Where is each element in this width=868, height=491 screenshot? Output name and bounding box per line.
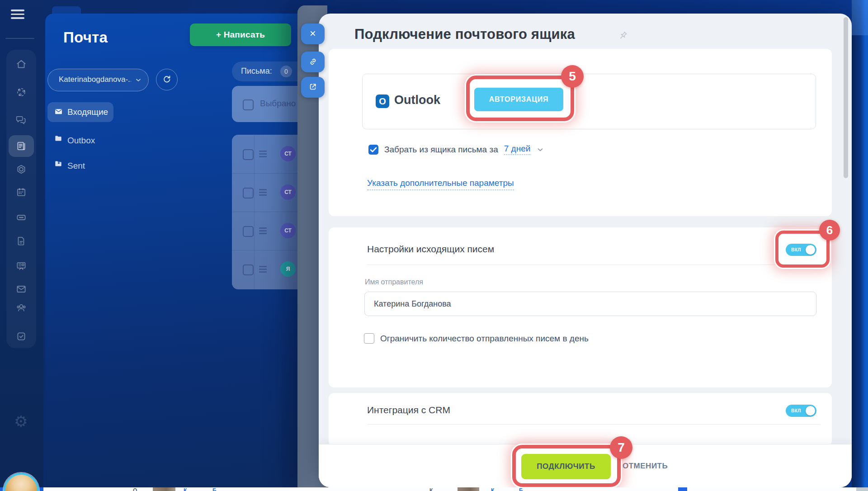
chevron-down-icon[interactable] (536, 146, 544, 154)
limit-checkbox[interactable] (364, 333, 374, 344)
close-button[interactable] (301, 24, 325, 44)
pin-icon[interactable] (617, 30, 629, 42)
chevron-down-icon (135, 76, 142, 84)
bottom-text-fragment: Б (519, 487, 523, 491)
open-in-new-button[interactable] (301, 77, 325, 98)
section-divider (367, 264, 793, 265)
toggle-knob (806, 245, 815, 255)
row-checkbox[interactable] (243, 264, 254, 275)
select-all-checkbox[interactable] (243, 99, 254, 110)
folder-icon (54, 134, 63, 143)
outgoing-settings-card: Настройки исходящих писем ВКЛ 6 Имя отпр… (329, 227, 832, 387)
bottom-text-fragment: К (491, 487, 494, 491)
toggle-on-label: ВКЛ (791, 247, 801, 252)
limit-label: Ограничить количество отправленных писем… (380, 334, 589, 344)
mail-counter-label: Письма: (241, 66, 272, 76)
annotation-step-5: 5 (561, 65, 584, 88)
sidebar: ⚙ (0, 0, 43, 487)
sender-name-input[interactable] (364, 292, 816, 316)
drag-handle-icon[interactable] (259, 189, 267, 197)
bottom-text-fragment: К (184, 487, 187, 491)
row-checkbox[interactable] (243, 188, 254, 198)
page-title: Почта (63, 29, 108, 46)
external-link-icon (308, 82, 317, 91)
limit-option-row: Ограничить количество отправленных писем… (364, 333, 589, 344)
folder-outbox[interactable]: Outbox (47, 135, 138, 147)
sender-name-label: Имя отправителя (365, 278, 423, 286)
select-all-label: Выбрано (260, 99, 296, 109)
bottom-photo-fragment (458, 487, 479, 491)
bottom-text-fragment: Б (212, 487, 217, 491)
account-selector-value: Katerinabogdanova-... (59, 75, 131, 84)
sidebar-divider (5, 38, 34, 39)
folder-sent-icon (54, 159, 63, 169)
people-icon[interactable] (15, 302, 27, 313)
folder-inbox[interactable]: Входящие (47, 102, 113, 122)
modules-icon[interactable] (15, 164, 27, 175)
hamburger-menu-icon[interactable] (11, 9, 24, 21)
bottom-text-fragment: О (133, 487, 137, 491)
fetch-label: Забрать из ящика письма за (384, 145, 498, 155)
settings-gear-icon[interactable]: ⚙ (14, 412, 28, 430)
modal-title: Подключение почтового ящика (354, 26, 575, 42)
crm-card: Интеграция с CRM ВКЛ (329, 393, 832, 446)
modal-scrollbar[interactable] (844, 17, 848, 178)
connect-button[interactable]: ПОДКЛЮЧИТЬ (521, 454, 611, 479)
chats-icon[interactable] (15, 114, 27, 126)
calendar-icon[interactable] (15, 186, 27, 198)
avatar: СТ (280, 223, 296, 238)
envelope-icon (54, 107, 63, 116)
account-selector[interactable]: Katerinabogdanova-... (47, 69, 149, 91)
provider-card: O Outlook АВТОРИЗАЦИЯ 5 Забрать из ящика… (329, 49, 832, 216)
provider-name: Outlook (394, 93, 440, 107)
fetch-checkbox[interactable] (368, 145, 378, 155)
fetch-option-row: Забрать из ящика письма за 7 дней (368, 144, 544, 155)
modal-footer: ПОДКЛЮЧИТЬ 7 ОТМЕНИТЬ (319, 444, 852, 487)
avatar: Я (280, 261, 296, 277)
folder-sent[interactable]: Sent (47, 160, 138, 173)
presentation-icon[interactable] (15, 260, 27, 272)
toggle-on-label: ВКЛ (791, 408, 801, 413)
authorize-button[interactable]: АВТОРИЗАЦИЯ (474, 88, 563, 111)
outgoing-toggle[interactable]: ВКЛ (786, 244, 816, 256)
avatar: СТ (280, 184, 296, 200)
tasks-icon[interactable] (15, 330, 27, 342)
mail-panel: Почта Katerinabogdanova-... + Написать П… (45, 14, 326, 487)
provider-box: O Outlook АВТОРИЗАЦИЯ 5 (362, 74, 816, 129)
underlying-page-strip: О К Б К К Б (0, 487, 868, 491)
crm-toggle[interactable]: ВКЛ (786, 405, 816, 417)
bottom-gray-block (856, 487, 868, 491)
documents-icon[interactable] (15, 235, 27, 247)
home-icon[interactable] (15, 58, 27, 70)
bottom-text-fragment: К (429, 487, 433, 491)
drag-handle-icon[interactable] (259, 266, 267, 274)
drag-handle-icon[interactable] (259, 151, 267, 159)
folder-inbox-label: Входящие (67, 107, 108, 117)
bottom-photo-fragment (153, 487, 175, 491)
refresh-button[interactable] (156, 69, 178, 90)
copy-link-button[interactable] (301, 52, 325, 72)
page-edge-strip (852, 0, 868, 491)
drag-handle-icon[interactable] (259, 227, 267, 236)
row-checkbox[interactable] (243, 149, 254, 160)
network-icon[interactable] (15, 86, 27, 98)
mailbox-connect-modal: Подключение почтового ящика O Outlook АВ… (319, 14, 852, 487)
toggle-knob (806, 406, 815, 415)
compose-button[interactable]: + Написать (190, 24, 291, 46)
mail-icon[interactable] (15, 283, 27, 295)
fetch-period-select[interactable]: 7 дней (504, 144, 531, 155)
cancel-button[interactable]: ОТМЕНИТЬ (623, 462, 668, 471)
news-feed-icon[interactable] (15, 140, 27, 152)
link-icon (308, 57, 318, 66)
avatar: СТ (280, 146, 296, 161)
row-checkbox[interactable] (243, 226, 254, 237)
section-title-crm: Интеграция с CRM (367, 405, 450, 415)
section-title-outgoing: Настройки исходящих писем (367, 244, 494, 255)
drive-icon[interactable] (15, 211, 27, 223)
advanced-params-link[interactable]: Указать дополнительные параметры (367, 178, 514, 190)
outlook-logo-icon: O (376, 94, 389, 108)
mail-counter-badge: 0 (280, 66, 292, 77)
screen: ⚙ Почта Katerinabogdanova-... + Написать… (0, 0, 868, 491)
folder-outbox-label: Outbox (67, 136, 95, 146)
section-divider (367, 424, 821, 425)
